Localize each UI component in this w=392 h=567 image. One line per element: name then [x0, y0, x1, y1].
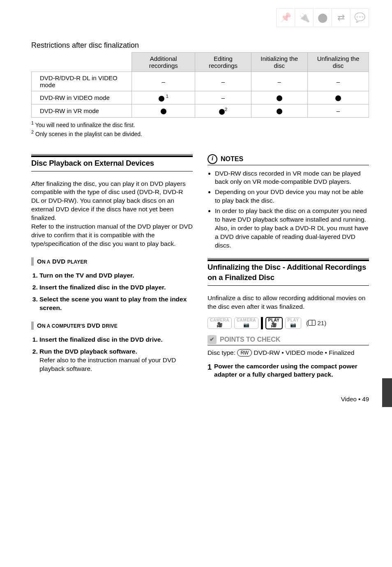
footnotes: 1 You will need to unfinalize the disc f… — [31, 120, 369, 139]
step-block: 1 Power the camcorder using the compact … — [208, 362, 369, 380]
step: Run the DVD playback software. Refer als… — [39, 347, 193, 373]
mode-play-photo: PLAY📷 — [285, 317, 302, 329]
right-column: i NOTES DVD-RW discs recorded in VR mode… — [208, 154, 369, 380]
mode-camera-photo: CAMERA📷 — [234, 317, 258, 329]
rw-badge: RW — [237, 349, 252, 356]
cell: 2 — [195, 104, 251, 118]
header-icon-row: 📌 🔌 ⬤ ⇄ 💬 — [276, 8, 369, 27]
cell: – — [307, 104, 369, 118]
body-para: After finalizing the disc, you can play … — [31, 180, 193, 248]
heading-disc-playback: Disc Playback on External Devices — [31, 155, 193, 171]
cell: – — [195, 72, 251, 91]
table-row: DVD-RW in VR mode 2 – — [32, 104, 369, 118]
row-label: DVD-RW in VIDEO mode — [32, 91, 132, 104]
notes-heading: i NOTES — [208, 154, 369, 165]
plug-icon: 🔌 — [295, 9, 313, 27]
cell: – — [307, 72, 369, 91]
subhead-computer-drive: ON A COMPUTER'S DVD DRIVE — [31, 322, 193, 330]
row-label: DVD-R/DVD-R DL in VIDEO mode — [32, 72, 132, 91]
book-icon — [308, 320, 316, 326]
notes-list: DVD-RW discs recorded in VR mode can be … — [208, 169, 369, 250]
cell — [307, 91, 369, 104]
sync-icon: ⇄ — [332, 9, 350, 27]
restrictions-title: Restrictions after disc finalization — [31, 41, 369, 50]
mode-camera-video: CAMERA🎥 — [208, 317, 232, 329]
cell: – — [251, 72, 307, 91]
mode-divider — [261, 317, 263, 329]
step-text: Power the camcorder using the compact po… — [214, 362, 369, 380]
steps-computer: Insert the finalized disc in the DVD dri… — [31, 336, 193, 373]
pin-icon: 📌 — [276, 9, 295, 27]
info-icon: i — [208, 154, 217, 164]
page-footer: Video • 49 — [31, 396, 369, 403]
cell: – — [195, 91, 251, 104]
restrictions-table: Additional recordings Editing recordings… — [31, 52, 369, 118]
subhead-dvd-player: ON A DVD PLAYER — [31, 257, 193, 266]
chat-icon: 💬 — [350, 9, 369, 27]
note-item: Depending on your DVD device you may not… — [215, 188, 369, 205]
row-label: DVD-RW in VR mode — [32, 104, 132, 118]
page-reference: ( 21) — [306, 319, 326, 327]
table-corner — [32, 53, 132, 72]
left-column: Disc Playback on External Devices After … — [31, 154, 193, 380]
check-icon: ✔ — [208, 335, 217, 344]
step: Insert the finalized disc in the DVD pla… — [39, 283, 193, 292]
col-header: Editing recordings — [195, 53, 251, 72]
note-item: DVD-RW discs recorded in VR mode can be … — [215, 169, 369, 187]
step: Insert the finalized disc in the DVD dri… — [39, 336, 193, 344]
col-header: Additional recordings — [132, 53, 195, 72]
mode-play-video: PLAY🎥 — [265, 317, 283, 329]
side-tab — [382, 378, 392, 407]
step: Select the scene you want to play from t… — [39, 295, 193, 312]
cell: 1 — [132, 91, 195, 104]
disc-icon: ⬤ — [313, 9, 332, 27]
body-para: Unfinalize a disc to allow recording add… — [208, 294, 369, 311]
table-row: DVD-R/DVD-R DL in VIDEO mode – – – – — [32, 72, 369, 91]
points-to-check-heading: ✔ POINTS TO CHECK — [208, 335, 369, 345]
cell: – — [132, 72, 195, 91]
table-row: DVD-RW in VIDEO mode 1 – — [32, 91, 369, 104]
disc-type-line: Disc type: RW DVD-RW • VIDEO mode • Fina… — [208, 349, 369, 357]
step-number: 1 — [208, 362, 212, 372]
steps-dvd-player: Turn on the TV and DVD player. Insert th… — [31, 271, 193, 312]
col-header: Initializing the disc — [251, 53, 307, 72]
cell — [251, 104, 307, 118]
step: Turn on the TV and DVD player. — [39, 271, 193, 280]
heading-unfinalizing: Unfinalizing the Disc - Additional Recor… — [208, 259, 369, 286]
cell — [132, 104, 195, 118]
col-header: Unfinalizing the disc — [307, 53, 369, 72]
restrictions-section: Restrictions after disc finalization Add… — [31, 41, 369, 139]
cell — [251, 91, 307, 104]
note-item: In order to play back the disc on a comp… — [215, 207, 369, 250]
mode-bar: CAMERA🎥 CAMERA📷 PLAY🎥 PLAY📷 ( 21) — [208, 317, 369, 329]
